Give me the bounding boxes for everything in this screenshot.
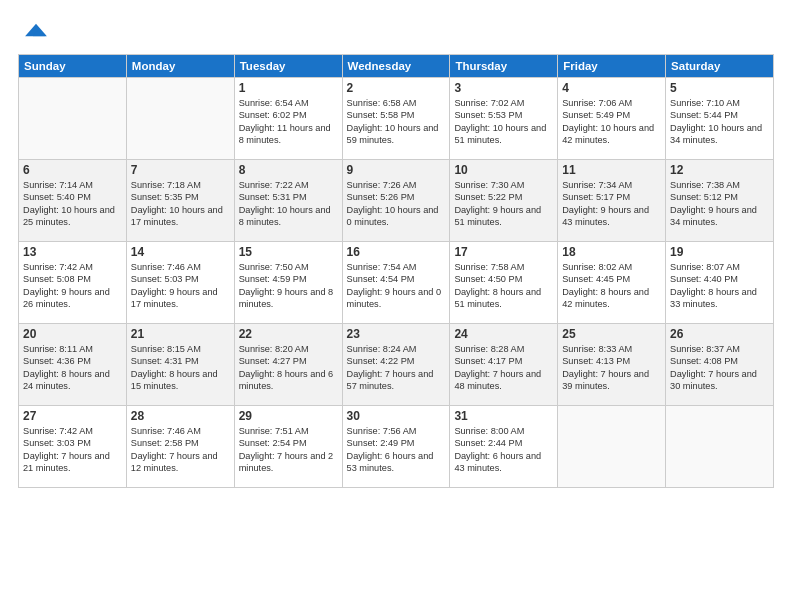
cell-details: Sunrise: 7:42 AMSunset: 3:03 PMDaylight:… — [23, 425, 122, 475]
day-number: 20 — [23, 327, 122, 341]
calendar-cell: 18Sunrise: 8:02 AMSunset: 4:45 PMDayligh… — [558, 242, 666, 324]
calendar-cell: 15Sunrise: 7:50 AMSunset: 4:59 PMDayligh… — [234, 242, 342, 324]
cell-details: Sunrise: 8:24 AMSunset: 4:22 PMDaylight:… — [347, 343, 446, 393]
calendar-cell: 4Sunrise: 7:06 AMSunset: 5:49 PMDaylight… — [558, 78, 666, 160]
day-number: 3 — [454, 81, 553, 95]
day-number: 23 — [347, 327, 446, 341]
day-number: 11 — [562, 163, 661, 177]
cell-details: Sunrise: 7:34 AMSunset: 5:17 PMDaylight:… — [562, 179, 661, 229]
calendar-cell: 22Sunrise: 8:20 AMSunset: 4:27 PMDayligh… — [234, 324, 342, 406]
cell-details: Sunrise: 8:02 AMSunset: 4:45 PMDaylight:… — [562, 261, 661, 311]
calendar-cell: 11Sunrise: 7:34 AMSunset: 5:17 PMDayligh… — [558, 160, 666, 242]
day-number: 13 — [23, 245, 122, 259]
cell-details: Sunrise: 7:02 AMSunset: 5:53 PMDaylight:… — [454, 97, 553, 147]
calendar-header-row: SundayMondayTuesdayWednesdayThursdayFrid… — [19, 55, 774, 78]
calendar-cell: 26Sunrise: 8:37 AMSunset: 4:08 PMDayligh… — [666, 324, 774, 406]
cell-details: Sunrise: 6:54 AMSunset: 6:02 PMDaylight:… — [239, 97, 338, 147]
cell-details: Sunrise: 8:37 AMSunset: 4:08 PMDaylight:… — [670, 343, 769, 393]
calendar-cell: 6Sunrise: 7:14 AMSunset: 5:40 PMDaylight… — [19, 160, 127, 242]
calendar-cell: 24Sunrise: 8:28 AMSunset: 4:17 PMDayligh… — [450, 324, 558, 406]
cell-details: Sunrise: 7:56 AMSunset: 2:49 PMDaylight:… — [347, 425, 446, 475]
calendar-cell: 19Sunrise: 8:07 AMSunset: 4:40 PMDayligh… — [666, 242, 774, 324]
calendar-cell: 12Sunrise: 7:38 AMSunset: 5:12 PMDayligh… — [666, 160, 774, 242]
day-of-week-header: Thursday — [450, 55, 558, 78]
day-number: 31 — [454, 409, 553, 423]
calendar-cell: 20Sunrise: 8:11 AMSunset: 4:36 PMDayligh… — [19, 324, 127, 406]
calendar-cell: 21Sunrise: 8:15 AMSunset: 4:31 PMDayligh… — [126, 324, 234, 406]
day-number: 14 — [131, 245, 230, 259]
calendar-week-row: 13Sunrise: 7:42 AMSunset: 5:08 PMDayligh… — [19, 242, 774, 324]
day-number: 2 — [347, 81, 446, 95]
day-number: 12 — [670, 163, 769, 177]
cell-details: Sunrise: 7:10 AMSunset: 5:44 PMDaylight:… — [670, 97, 769, 147]
calendar-cell: 3Sunrise: 7:02 AMSunset: 5:53 PMDaylight… — [450, 78, 558, 160]
day-number: 25 — [562, 327, 661, 341]
cell-details: Sunrise: 7:42 AMSunset: 5:08 PMDaylight:… — [23, 261, 122, 311]
day-of-week-header: Monday — [126, 55, 234, 78]
page: SundayMondayTuesdayWednesdayThursdayFrid… — [0, 0, 792, 498]
calendar-cell: 9Sunrise: 7:26 AMSunset: 5:26 PMDaylight… — [342, 160, 450, 242]
cell-details: Sunrise: 7:54 AMSunset: 4:54 PMDaylight:… — [347, 261, 446, 311]
day-number: 21 — [131, 327, 230, 341]
calendar-cell: 14Sunrise: 7:46 AMSunset: 5:03 PMDayligh… — [126, 242, 234, 324]
calendar-cell: 28Sunrise: 7:46 AMSunset: 2:58 PMDayligh… — [126, 406, 234, 488]
day-number: 1 — [239, 81, 338, 95]
cell-details: Sunrise: 7:46 AMSunset: 5:03 PMDaylight:… — [131, 261, 230, 311]
calendar-cell: 27Sunrise: 7:42 AMSunset: 3:03 PMDayligh… — [19, 406, 127, 488]
calendar-cell — [19, 78, 127, 160]
calendar-cell: 8Sunrise: 7:22 AMSunset: 5:31 PMDaylight… — [234, 160, 342, 242]
cell-details: Sunrise: 8:20 AMSunset: 4:27 PMDaylight:… — [239, 343, 338, 393]
day-number: 26 — [670, 327, 769, 341]
day-number: 27 — [23, 409, 122, 423]
cell-details: Sunrise: 6:58 AMSunset: 5:58 PMDaylight:… — [347, 97, 446, 147]
day-number: 29 — [239, 409, 338, 423]
day-number: 8 — [239, 163, 338, 177]
cell-details: Sunrise: 8:11 AMSunset: 4:36 PMDaylight:… — [23, 343, 122, 393]
calendar-week-row: 27Sunrise: 7:42 AMSunset: 3:03 PMDayligh… — [19, 406, 774, 488]
cell-details: Sunrise: 8:07 AMSunset: 4:40 PMDaylight:… — [670, 261, 769, 311]
day-of-week-header: Sunday — [19, 55, 127, 78]
cell-details: Sunrise: 7:51 AMSunset: 2:54 PMDaylight:… — [239, 425, 338, 475]
cell-details: Sunrise: 8:15 AMSunset: 4:31 PMDaylight:… — [131, 343, 230, 393]
day-number: 9 — [347, 163, 446, 177]
cell-details: Sunrise: 7:14 AMSunset: 5:40 PMDaylight:… — [23, 179, 122, 229]
day-number: 30 — [347, 409, 446, 423]
calendar-cell: 31Sunrise: 8:00 AMSunset: 2:44 PMDayligh… — [450, 406, 558, 488]
day-of-week-header: Tuesday — [234, 55, 342, 78]
cell-details: Sunrise: 7:58 AMSunset: 4:50 PMDaylight:… — [454, 261, 553, 311]
logo-icon — [22, 16, 50, 44]
calendar-week-row: 20Sunrise: 8:11 AMSunset: 4:36 PMDayligh… — [19, 324, 774, 406]
day-number: 5 — [670, 81, 769, 95]
calendar-cell: 25Sunrise: 8:33 AMSunset: 4:13 PMDayligh… — [558, 324, 666, 406]
day-number: 16 — [347, 245, 446, 259]
cell-details: Sunrise: 7:38 AMSunset: 5:12 PMDaylight:… — [670, 179, 769, 229]
cell-details: Sunrise: 7:06 AMSunset: 5:49 PMDaylight:… — [562, 97, 661, 147]
calendar-week-row: 6Sunrise: 7:14 AMSunset: 5:40 PMDaylight… — [19, 160, 774, 242]
day-number: 28 — [131, 409, 230, 423]
day-number: 22 — [239, 327, 338, 341]
day-of-week-header: Saturday — [666, 55, 774, 78]
calendar-cell: 16Sunrise: 7:54 AMSunset: 4:54 PMDayligh… — [342, 242, 450, 324]
cell-details: Sunrise: 7:18 AMSunset: 5:35 PMDaylight:… — [131, 179, 230, 229]
calendar-table: SundayMondayTuesdayWednesdayThursdayFrid… — [18, 54, 774, 488]
calendar-cell: 7Sunrise: 7:18 AMSunset: 5:35 PMDaylight… — [126, 160, 234, 242]
cell-details: Sunrise: 7:50 AMSunset: 4:59 PMDaylight:… — [239, 261, 338, 311]
cell-details: Sunrise: 7:46 AMSunset: 2:58 PMDaylight:… — [131, 425, 230, 475]
logo — [18, 16, 50, 48]
calendar-cell: 30Sunrise: 7:56 AMSunset: 2:49 PMDayligh… — [342, 406, 450, 488]
calendar-cell: 17Sunrise: 7:58 AMSunset: 4:50 PMDayligh… — [450, 242, 558, 324]
calendar-cell: 13Sunrise: 7:42 AMSunset: 5:08 PMDayligh… — [19, 242, 127, 324]
calendar-cell: 10Sunrise: 7:30 AMSunset: 5:22 PMDayligh… — [450, 160, 558, 242]
cell-details: Sunrise: 7:30 AMSunset: 5:22 PMDaylight:… — [454, 179, 553, 229]
day-number: 24 — [454, 327, 553, 341]
day-number: 15 — [239, 245, 338, 259]
day-number: 17 — [454, 245, 553, 259]
cell-details: Sunrise: 8:28 AMSunset: 4:17 PMDaylight:… — [454, 343, 553, 393]
calendar-week-row: 1Sunrise: 6:54 AMSunset: 6:02 PMDaylight… — [19, 78, 774, 160]
calendar-cell: 29Sunrise: 7:51 AMSunset: 2:54 PMDayligh… — [234, 406, 342, 488]
calendar-cell: 1Sunrise: 6:54 AMSunset: 6:02 PMDaylight… — [234, 78, 342, 160]
cell-details: Sunrise: 8:00 AMSunset: 2:44 PMDaylight:… — [454, 425, 553, 475]
day-number: 19 — [670, 245, 769, 259]
day-of-week-header: Friday — [558, 55, 666, 78]
day-number: 7 — [131, 163, 230, 177]
